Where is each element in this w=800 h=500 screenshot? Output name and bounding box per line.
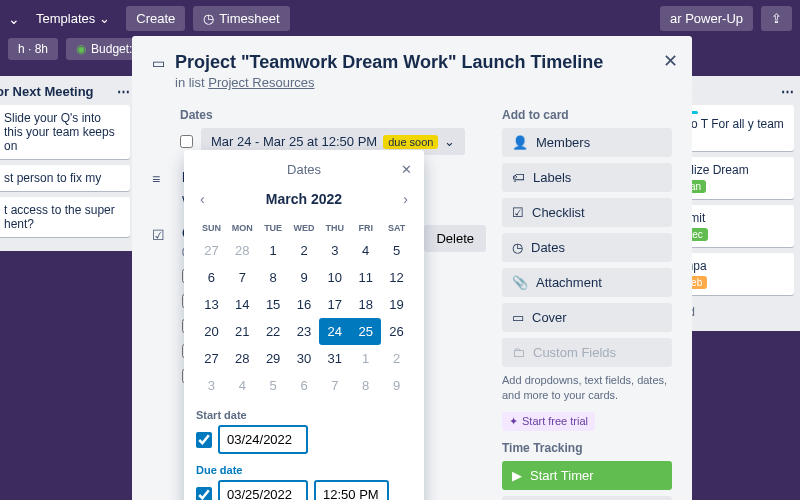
cover-button[interactable]: ▭Cover — [502, 303, 672, 332]
close-icon[interactable]: ✕ — [401, 162, 412, 177]
card-title[interactable]: Project "Teamwork Dream Work" Launch Tim… — [175, 52, 672, 73]
day-of-week: MON — [227, 219, 258, 237]
share-button[interactable]: ⇪ — [761, 6, 792, 31]
calendar-day[interactable]: 22 — [258, 318, 289, 345]
calendar-day[interactable]: 7 — [227, 264, 258, 291]
clock-icon: ◷ — [512, 240, 523, 255]
calendar-day[interactable]: 11 — [350, 264, 381, 291]
calendar-day[interactable]: 30 — [289, 345, 320, 372]
start-trial-button[interactable]: ✦Start free trial — [502, 412, 595, 431]
calendar-day[interactable]: 29 — [258, 345, 289, 372]
in-list-label: in list — [175, 75, 208, 90]
calendar-day[interactable]: 19 — [381, 291, 412, 318]
next-month-button[interactable]: › — [399, 187, 412, 211]
hours-pill[interactable]: h · 8h — [8, 38, 58, 60]
calendar-day[interactable]: 24 — [319, 318, 350, 345]
calendar-day[interactable]: 28 — [227, 237, 258, 264]
card[interactable]: Slide your Q's into this your team keeps… — [0, 105, 130, 159]
calendar-day[interactable]: 23 — [289, 318, 320, 345]
calendar-day[interactable]: 8 — [258, 264, 289, 291]
card[interactable]: st person to fix my — [0, 165, 130, 191]
start-date-label: Start date — [196, 409, 412, 421]
add-time-button[interactable]: ＋Add Time — [502, 496, 672, 500]
board-chevron-icon[interactable]: ⌄ — [8, 11, 20, 27]
attachment-button[interactable]: 📎Attachment — [502, 268, 672, 297]
calendar-day[interactable]: 13 — [196, 291, 227, 318]
chevron-down-icon: ⌄ — [99, 11, 110, 26]
calendar-day[interactable]: 6 — [196, 264, 227, 291]
day-of-week: FRI — [350, 219, 381, 237]
chevron-down-icon: ⌄ — [444, 134, 455, 149]
powerup-button[interactable]: ar Power-Up — [660, 6, 753, 31]
start-date-input[interactable] — [218, 425, 308, 454]
list-menu-icon[interactable]: ⋯ — [117, 84, 130, 99]
create-button[interactable]: Create — [126, 6, 185, 31]
calendar-day[interactable]: 1 — [350, 345, 381, 372]
month-label: March 2022 — [266, 191, 342, 207]
clock-icon: ◷ — [203, 11, 214, 26]
calendar-day[interactable]: 10 — [319, 264, 350, 291]
calendar-day[interactable]: 18 — [350, 291, 381, 318]
calendar-day[interactable]: 28 — [227, 345, 258, 372]
calendar-day[interactable]: 12 — [381, 264, 412, 291]
calendar-day[interactable]: 1 — [258, 237, 289, 264]
add-to-card-label: Add to card — [502, 108, 672, 122]
calendar-day[interactable]: 8 — [350, 372, 381, 399]
calendar-day[interactable]: 3 — [196, 372, 227, 399]
datepicker-title: Dates — [287, 162, 321, 177]
prev-month-button[interactable]: ‹ — [196, 187, 209, 211]
start-date-checkbox[interactable] — [196, 432, 212, 448]
day-of-week: THU — [319, 219, 350, 237]
custom-fields-button[interactable]: 🗀Custom Fields — [502, 338, 672, 367]
list-link[interactable]: Project Resources — [208, 75, 314, 90]
calendar-day[interactable]: 25 — [350, 318, 381, 345]
due-date-input[interactable] — [218, 480, 308, 500]
members-button[interactable]: 👤Members — [502, 128, 672, 157]
calendar-day[interactable]: 9 — [381, 372, 412, 399]
checklist-button[interactable]: ☑Checklist — [502, 198, 672, 227]
list-title[interactable]: or Next Meeting — [0, 84, 94, 99]
attachment-icon: 📎 — [512, 275, 528, 290]
calendar-day[interactable]: 2 — [289, 237, 320, 264]
calendar-day[interactable]: 4 — [350, 237, 381, 264]
due-date-label: Due date — [196, 464, 412, 476]
list-menu-icon[interactable]: ⋯ — [781, 84, 794, 99]
templates-dropdown[interactable]: Templates ⌄ — [28, 6, 118, 31]
day-of-week: TUE — [258, 219, 289, 237]
dates-label: Dates — [180, 108, 486, 122]
calendar-day[interactable]: 21 — [227, 318, 258, 345]
checklist-icon: ☑ — [512, 205, 524, 220]
calendar-day[interactable]: 9 — [289, 264, 320, 291]
calendar-day[interactable]: 16 — [289, 291, 320, 318]
time-tracking-label: Time Tracking — [502, 441, 672, 455]
timesheet-button[interactable]: ◷Timesheet — [193, 6, 289, 31]
start-timer-button[interactable]: ▶Start Timer — [502, 461, 672, 490]
calendar-day[interactable]: 31 — [319, 345, 350, 372]
date-complete-checkbox[interactable] — [180, 135, 193, 148]
due-date-checkbox[interactable] — [196, 487, 212, 501]
calendar-day[interactable]: 2 — [381, 345, 412, 372]
calendar-day[interactable]: 27 — [196, 237, 227, 264]
due-time-input[interactable] — [314, 480, 389, 500]
dates-button[interactable]: ◷Dates — [502, 233, 672, 262]
calendar-day[interactable]: 27 — [196, 345, 227, 372]
labels-button[interactable]: 🏷Labels — [502, 163, 672, 192]
calendar-day[interactable]: 15 — [258, 291, 289, 318]
calendar-day[interactable]: 6 — [289, 372, 320, 399]
day-of-week: SUN — [196, 219, 227, 237]
share-icon: ⇪ — [771, 11, 782, 26]
delete-checklist-button[interactable]: Delete — [424, 225, 486, 252]
calendar-day[interactable]: 5 — [381, 237, 412, 264]
calendar-day[interactable]: 7 — [319, 372, 350, 399]
budget-icon: ◉ — [76, 42, 86, 56]
card[interactable]: t access to the super hent? — [0, 197, 130, 237]
checklist-icon: ☑ — [152, 227, 172, 243]
calendar-day[interactable]: 17 — [319, 291, 350, 318]
calendar-day[interactable]: 3 — [319, 237, 350, 264]
calendar-day[interactable]: 20 — [196, 318, 227, 345]
calendar-day[interactable]: 26 — [381, 318, 412, 345]
calendar-day[interactable]: 14 — [227, 291, 258, 318]
close-button[interactable]: ✕ — [663, 50, 678, 72]
calendar-day[interactable]: 5 — [258, 372, 289, 399]
calendar-day[interactable]: 4 — [227, 372, 258, 399]
